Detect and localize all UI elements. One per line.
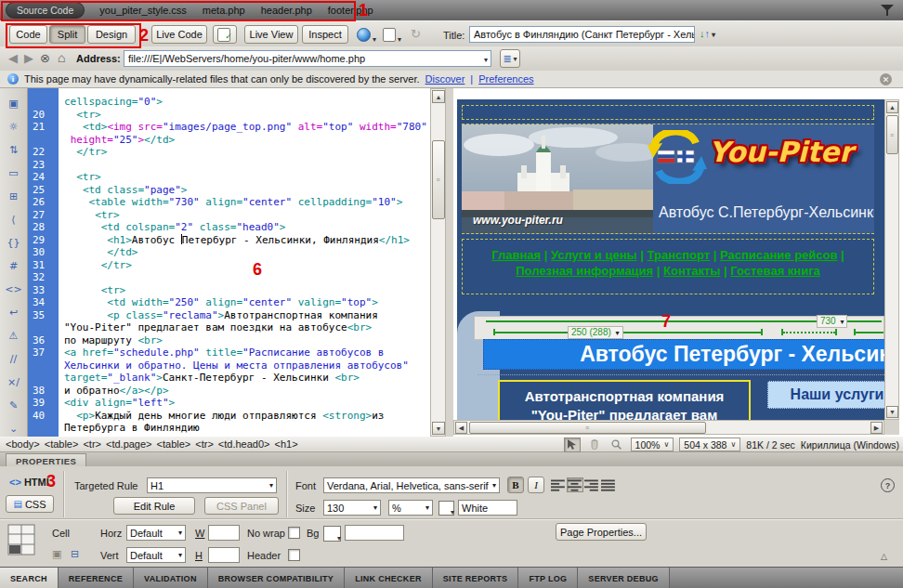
collapse-selection-icon[interactable]: ▭ xyxy=(5,165,23,180)
align-center-icon[interactable] xyxy=(567,477,583,492)
tag-crumb[interactable]: <tr> xyxy=(195,438,214,450)
tag-crumb[interactable]: <td.head0> xyxy=(218,438,270,450)
live-view-button[interactable]: Live View xyxy=(244,25,298,44)
window-size-select[interactable]: 504 x 388∨ xyxy=(679,438,740,451)
results-tab-search[interactable]: SEARCH xyxy=(0,568,59,588)
reclama-box[interactable]: Автотранспортная компания "You-Piter" пр… xyxy=(498,380,751,420)
text-color-swatch[interactable]: ▾ xyxy=(438,501,454,516)
bg-color-input[interactable] xyxy=(345,525,404,541)
scroll-thumb[interactable]: ≡ xyxy=(886,115,898,154)
text-color-input[interactable]: White xyxy=(458,500,517,516)
results-tab-browser-compatibility[interactable]: BROWSER COMPATIBILITY xyxy=(208,568,345,588)
stop-icon[interactable]: ⊗ xyxy=(40,51,50,65)
check-page-button[interactable]: ✓ xyxy=(213,25,237,44)
results-tab-validation[interactable]: VALIDATION xyxy=(134,568,208,588)
select-parent-tag-icon[interactable]: ⟨ xyxy=(5,212,23,227)
nav-link[interactable]: Расписание рейсов xyxy=(720,248,837,262)
justify-icon[interactable] xyxy=(600,477,617,492)
nav-link[interactable]: Гостевая книга xyxy=(730,264,820,278)
inspect-button[interactable]: Inspect xyxy=(302,25,348,44)
tag-crumb[interactable]: <table> xyxy=(157,438,191,450)
css-panel-button[interactable]: CSS Panel xyxy=(204,497,279,515)
w-input[interactable] xyxy=(208,525,240,541)
close-info-icon[interactable]: ✕ xyxy=(880,73,892,85)
code-scrollbar[interactable]: ▲ ≡ ▼ xyxy=(430,88,446,437)
tag-crumb[interactable]: <tr> xyxy=(83,438,101,450)
design-vscrollbar[interactable]: ▲ ≡ ▼ xyxy=(884,99,899,420)
discover-link[interactable]: Discover xyxy=(425,73,465,85)
bold-button[interactable]: B xyxy=(507,477,524,493)
scroll-down-icon[interactable]: ▼ xyxy=(432,422,445,435)
scroll-thumb[interactable]: ≡ xyxy=(469,422,706,434)
open-documents-icon[interactable]: ▣ xyxy=(5,96,23,111)
size-unit-select[interactable]: %▾ xyxy=(388,500,433,516)
code-view[interactable]: cellspacing="0">20 <tr>21 <td><img src="… xyxy=(28,88,446,437)
scroll-right-icon[interactable]: ▶ xyxy=(870,422,883,434)
design-document[interactable]: You-Piter Автобус С.Петербург-Хельсинки … xyxy=(457,99,884,420)
scroll-down-icon[interactable]: ▼ xyxy=(886,406,898,418)
merge-cells-icon[interactable]: ▣ xyxy=(52,548,61,560)
nav-link[interactable]: Услуги и цены xyxy=(551,248,637,262)
hand-tool-icon[interactable] xyxy=(586,438,603,452)
scroll-thumb[interactable]: ≡ xyxy=(432,140,445,219)
collapse-panel-icon[interactable]: △ xyxy=(881,552,887,561)
align-left-icon[interactable] xyxy=(550,477,567,492)
nav-link[interactable]: Контакты xyxy=(663,264,720,278)
tag-crumb[interactable]: <table> xyxy=(45,438,79,450)
address-dropdown-icon[interactable]: ▾ xyxy=(484,56,488,64)
line-numbers-icon[interactable]: # xyxy=(5,258,23,273)
edit-rule-button[interactable]: Edit Rule xyxy=(113,497,195,515)
filter-related-files-icon[interactable] xyxy=(881,4,894,17)
nav-link[interactable]: Главная xyxy=(491,248,541,262)
horz-select[interactable]: Default▾ xyxy=(126,525,186,541)
scroll-up-icon[interactable]: ▲ xyxy=(886,101,898,113)
vert-select[interactable]: Default▾ xyxy=(126,547,186,563)
results-tab-ftp-log[interactable]: FTP LOG xyxy=(518,568,578,588)
help-icon[interactable]: ? xyxy=(881,478,895,492)
page-heading[interactable]: Автобус Петербург - Хельсинки xyxy=(483,339,884,370)
page-properties-button[interactable]: Page Properties... xyxy=(556,523,647,541)
services-box[interactable]: Наши услуги xyxy=(767,381,884,409)
back-icon[interactable]: ◀ xyxy=(8,51,18,65)
forward-icon[interactable]: ▶ xyxy=(24,51,33,65)
file-management-icon[interactable]: ↓↑▾ xyxy=(700,28,715,39)
results-tab-site-reports[interactable]: SITE REPORTS xyxy=(433,568,519,588)
scroll-up-icon[interactable]: ▲ xyxy=(432,90,445,103)
nav-link[interactable]: Полезная информация xyxy=(516,264,653,278)
size-select[interactable]: 130▾ xyxy=(323,500,381,516)
zoom-tool-icon[interactable] xyxy=(609,438,625,452)
syntax-error-alerts-icon[interactable]: ⚠ xyxy=(5,328,23,343)
design-view[interactable]: You-Piter Автобус С.Петербург-Хельсинки … xyxy=(453,88,903,437)
code-navigator-icon[interactable]: ☼ xyxy=(5,119,23,134)
refresh-icon[interactable]: ↻ xyxy=(411,27,421,41)
view-options-icon[interactable]: ≣▾ xyxy=(500,49,520,68)
apply-comment-icon[interactable]: // xyxy=(5,351,23,366)
align-right-icon[interactable] xyxy=(583,477,600,492)
design-hscrollbar[interactable]: ◀ ≡ ▶ xyxy=(453,420,884,435)
width-730-menu[interactable]: 730 ▾ xyxy=(817,315,847,328)
select-tool-icon[interactable] xyxy=(564,438,581,452)
live-code-button[interactable]: Live Code xyxy=(151,25,207,44)
magnification-select[interactable]: 100%∨ xyxy=(631,438,674,451)
split-cell-icon[interactable]: ⊟ xyxy=(71,548,79,560)
results-tab-reference[interactable]: REFERENCE xyxy=(59,568,134,588)
width-250-menu[interactable]: 250 (288) ▾ xyxy=(568,326,623,339)
preview-in-browser-icon[interactable]: ▾ xyxy=(357,28,376,44)
visual-aids-icon[interactable]: ▾ xyxy=(383,28,401,44)
balance-braces-icon[interactable]: {} xyxy=(5,235,23,250)
home-icon[interactable]: ⌂ xyxy=(58,50,65,65)
tag-crumb[interactable]: <body> xyxy=(6,438,40,450)
targeted-rule-select[interactable]: H1▾ xyxy=(147,477,277,493)
tag-crumb[interactable]: <h1> xyxy=(275,438,298,450)
scroll-left-icon[interactable]: ◀ xyxy=(455,422,467,434)
highlight-invalid-code-icon[interactable]: <> xyxy=(5,281,23,296)
font-select[interactable]: Verdana, Arial, Helvetica, sans-serif▾ xyxy=(323,477,500,493)
remove-comment-icon[interactable]: ×/ xyxy=(5,374,23,389)
collapse-full-tag-icon[interactable]: ⇅ xyxy=(5,142,23,157)
nowrap-checkbox[interactable] xyxy=(288,527,300,539)
preferences-link[interactable]: Preferences xyxy=(478,73,533,85)
nav-link[interactable]: Транспорт xyxy=(648,248,711,262)
css-mode-button[interactable]: ▤CSS xyxy=(6,495,54,513)
more-icon[interactable]: ⌄ xyxy=(5,421,23,436)
tag-crumb[interactable]: <td.page> xyxy=(106,438,152,450)
